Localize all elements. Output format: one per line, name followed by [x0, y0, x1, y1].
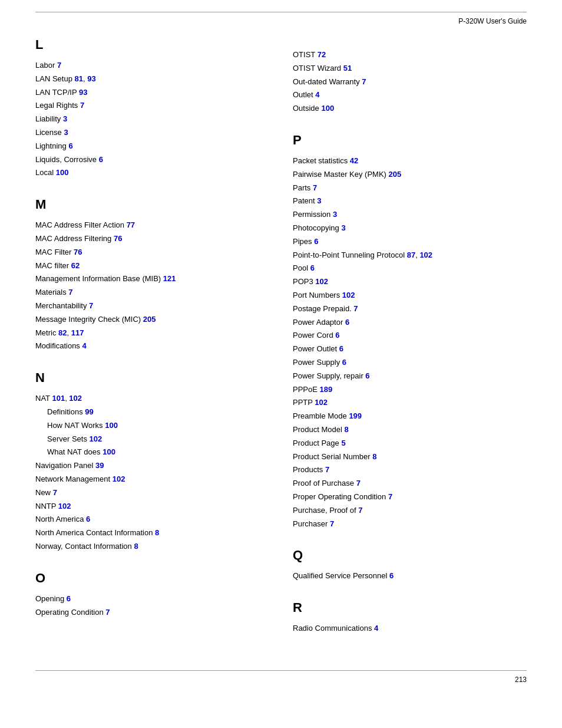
link[interactable]: 6 [67, 594, 71, 603]
link[interactable]: 6 [335, 331, 339, 340]
link[interactable]: 7 [325, 465, 329, 474]
page-footer: 213 [35, 676, 527, 684]
letter-P: P [293, 133, 527, 148]
list-item: Materials 7 [35, 286, 269, 299]
link[interactable]: 7 [353, 304, 358, 313]
list-item: Message Integrity Check (MIC) 205 [35, 314, 269, 326]
list-item: Packet statistics 42 [293, 155, 527, 167]
link[interactable]: 100 [103, 447, 115, 456]
page-number: 213 [515, 676, 527, 684]
letter-M: M [35, 197, 269, 212]
list-item: Pipes 6 [293, 236, 527, 248]
list-item: Power Cord 6 [293, 330, 527, 342]
section-Q: Q Qualified Service Personnel 6 [293, 548, 527, 582]
list-item: Proper Operating Condition 7 [293, 491, 527, 503]
link[interactable]: 6 [314, 237, 318, 246]
list-item: Purchase, Proof of 7 [293, 505, 527, 517]
link[interactable]: 102 [58, 502, 71, 510]
list-item: Navigation Panel 39 [35, 460, 269, 472]
link[interactable]: 117 [71, 328, 84, 337]
list-item: Pool 6 [293, 262, 527, 275]
link[interactable]: 7 [57, 61, 61, 70]
link[interactable]: 100 [321, 104, 334, 113]
link[interactable]: 3 [333, 210, 337, 219]
link[interactable]: 93 [79, 88, 87, 97]
link[interactable]: 72 [318, 50, 326, 59]
link[interactable]: 102 [315, 398, 328, 407]
link[interactable]: 6 [310, 263, 315, 272]
list-item: Definitions 99 [47, 406, 269, 419]
link[interactable]: 102 [69, 394, 82, 403]
link[interactable]: 3 [64, 128, 68, 137]
link[interactable]: 102 [113, 475, 125, 483]
list-item: Out-dated Warranty 7 [293, 76, 527, 88]
link[interactable]: 7 [356, 479, 361, 487]
link[interactable]: 100 [56, 168, 69, 177]
list-item: LAN Setup 81, 93 [35, 73, 269, 85]
link[interactable]: 6 [339, 344, 343, 353]
link[interactable]: 87 [407, 251, 415, 259]
link[interactable]: 5 [341, 439, 345, 447]
list-item: Radio Communications 4 [293, 622, 527, 635]
link[interactable]: 7 [68, 288, 72, 297]
link[interactable]: 6 [389, 571, 394, 580]
link[interactable]: 3 [341, 223, 345, 232]
list-item: Patent 3 [293, 195, 527, 207]
link[interactable]: 4 [82, 341, 86, 350]
link[interactable]: 6 [342, 358, 346, 367]
list-item: Product Page 5 [293, 437, 527, 450]
section-N: N NAT 101, 102 Definitions 99 How NAT Wo… [35, 370, 269, 553]
link[interactable]: 205 [389, 170, 402, 179]
link[interactable]: 77 [127, 220, 135, 229]
link[interactable]: 76 [114, 234, 122, 243]
link[interactable]: 6 [86, 515, 90, 523]
link[interactable]: 189 [320, 385, 333, 394]
link[interactable]: 199 [349, 411, 362, 420]
link[interactable]: 6 [365, 371, 369, 380]
link[interactable]: 39 [95, 461, 104, 470]
link[interactable]: 51 [343, 64, 352, 73]
link[interactable]: 7 [89, 301, 93, 310]
link[interactable]: 101 [52, 394, 65, 403]
link[interactable]: 62 [71, 261, 80, 270]
link[interactable]: 4 [315, 90, 319, 99]
link[interactable]: 7 [80, 101, 84, 110]
link[interactable]: 100 [105, 421, 118, 430]
list-item: Operating Condition 7 [35, 607, 269, 619]
link[interactable]: 6 [68, 141, 72, 150]
list-item: Preamble Mode 199 [293, 410, 527, 423]
link[interactable]: 8 [372, 452, 376, 461]
list-item: POP3 102 [293, 276, 527, 288]
link[interactable]: 102 [90, 434, 103, 443]
link[interactable]: 102 [342, 291, 355, 299]
link[interactable]: 81 [75, 74, 83, 83]
link[interactable]: 7 [388, 492, 392, 501]
list-item: Modifications 4 [35, 340, 269, 353]
link[interactable]: 93 [87, 74, 95, 83]
link[interactable]: 8 [344, 425, 348, 434]
link[interactable]: 3 [317, 196, 321, 205]
link[interactable]: 6 [345, 318, 349, 327]
link[interactable]: 4 [374, 624, 378, 633]
list-item: Power Supply, repair 6 [293, 370, 527, 383]
link[interactable]: 99 [85, 407, 93, 416]
link[interactable]: 7 [330, 519, 334, 528]
link[interactable]: 3 [63, 114, 67, 123]
link[interactable]: 121 [163, 274, 176, 283]
link[interactable]: 82 [58, 328, 67, 337]
link[interactable]: 7 [313, 183, 317, 192]
link[interactable]: 205 [143, 315, 156, 324]
link[interactable]: 8 [155, 528, 159, 537]
link[interactable]: 6 [99, 155, 103, 164]
top-border [35, 12, 527, 12]
link[interactable]: 7 [362, 77, 366, 86]
link[interactable]: 7 [105, 608, 110, 617]
list-item: Liquids, Corrosive 6 [35, 154, 269, 166]
link[interactable]: 42 [350, 156, 358, 165]
link[interactable]: 102 [419, 251, 432, 259]
link[interactable]: 8 [134, 542, 138, 551]
link[interactable]: 76 [74, 248, 82, 256]
link[interactable]: 7 [358, 506, 362, 515]
link[interactable]: 102 [315, 277, 328, 286]
link[interactable]: 7 [53, 488, 57, 497]
